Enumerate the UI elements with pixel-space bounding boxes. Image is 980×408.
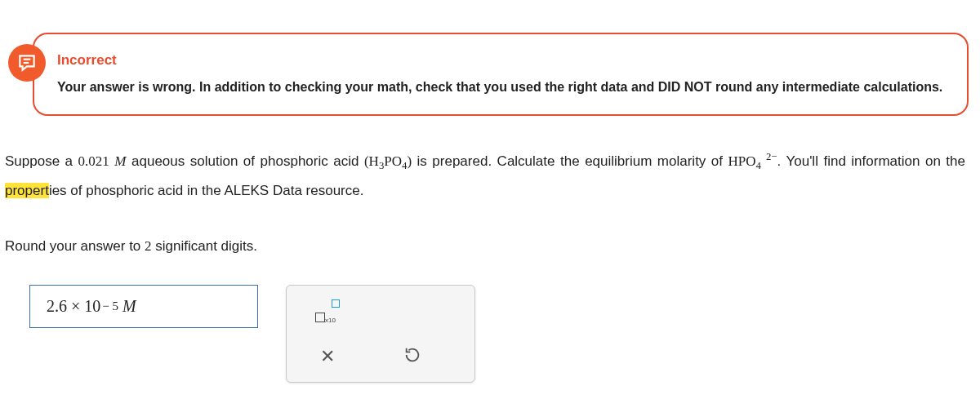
ans-times: × bbox=[71, 297, 80, 316]
ans-unit: M bbox=[122, 297, 136, 316]
q-highlight: propert bbox=[5, 183, 49, 198]
ans-base: 10 bbox=[84, 297, 100, 316]
ans-coef: 2.6 bbox=[47, 297, 67, 316]
q-round-pre: Round your answer to bbox=[5, 238, 145, 254]
x-icon: ✕ bbox=[320, 346, 335, 367]
feedback-title: Incorrect bbox=[57, 52, 951, 69]
q-formula-mid: PO bbox=[384, 153, 402, 169]
answer-input[interactable]: 2.6 × 10− 5 M bbox=[29, 285, 258, 328]
feedback-message: Your answer is wrong. In addition to che… bbox=[57, 80, 951, 95]
scientific-notation-button[interactable]: x10 bbox=[310, 295, 345, 326]
q-species: HPO bbox=[728, 153, 756, 169]
q-part4: . You'll find information on the bbox=[777, 153, 965, 169]
scientific-notation-icon: x10 bbox=[315, 299, 340, 322]
reset-icon bbox=[403, 346, 421, 367]
ans-exp: − 5 bbox=[102, 299, 118, 313]
q-part1: Suppose a bbox=[5, 153, 78, 169]
q-round-post: significant digits. bbox=[152, 238, 257, 254]
question-text: Suppose a 0.021 M aqueous solution of ph… bbox=[5, 147, 965, 260]
q-part3: is prepared. Calculate the equilibrium m… bbox=[412, 153, 728, 169]
tool-panel: x10 ✕ bbox=[286, 285, 475, 383]
speech-bubble-icon bbox=[8, 44, 46, 82]
tool-row-1: x10 bbox=[293, 292, 468, 330]
q-concentration: 0.021 bbox=[78, 153, 109, 169]
clear-button[interactable]: ✕ bbox=[310, 341, 345, 372]
q-species-sup: 2− bbox=[766, 151, 777, 162]
q-species-sub: 4 bbox=[756, 160, 761, 171]
tool-row-2: ✕ bbox=[293, 338, 468, 375]
q-after-hl: ies bbox=[49, 183, 67, 198]
q-round-n: 2 bbox=[145, 238, 152, 254]
feedback-box: Incorrect Your answer is wrong. In addit… bbox=[33, 33, 969, 116]
q-part2: aqueous solution of phosphoric acid bbox=[127, 153, 364, 169]
q-formula-open: (H bbox=[364, 153, 379, 169]
q-unit-m: M bbox=[114, 153, 126, 169]
reset-button[interactable] bbox=[394, 341, 430, 372]
answer-row: 2.6 × 10− 5 M x10 ✕ bbox=[29, 285, 980, 383]
q-part5: of phosphoric acid in the ALEKS Data res… bbox=[67, 183, 364, 198]
